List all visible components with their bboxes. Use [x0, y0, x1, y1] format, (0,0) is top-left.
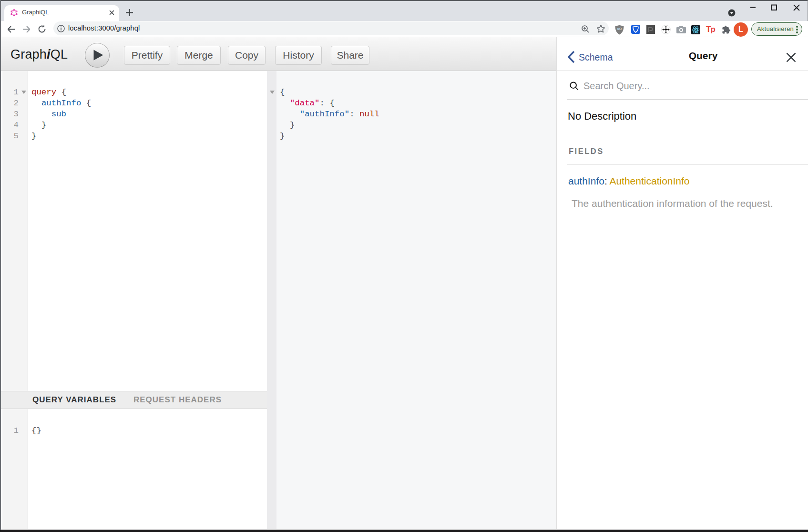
- svg-text:uO: uO: [617, 27, 622, 31]
